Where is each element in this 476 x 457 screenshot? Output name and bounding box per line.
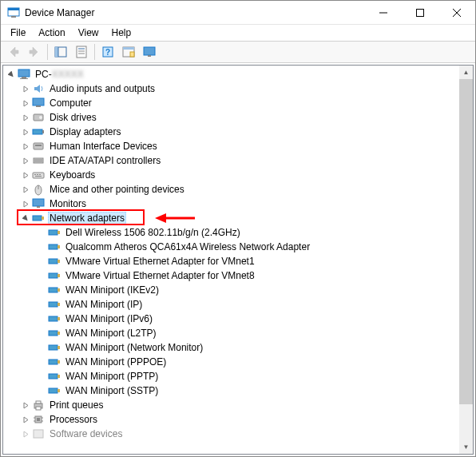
tree-root-node[interactable]: PC-XXXXX [3, 67, 459, 81]
expander-closed-icon[interactable] [19, 125, 32, 138]
computer-icon [18, 68, 30, 81]
tree-category-monitors[interactable]: Monitors [3, 197, 459, 211]
expander-closed-icon[interactable] [19, 427, 32, 440]
hid-icon [32, 140, 45, 153]
tree-device-node[interactable]: WAN Miniport (PPTP) [3, 369, 459, 383]
tree-category-ide[interactable]: IDE ATA/ATAPI controllers [3, 153, 459, 168]
expander-closed-icon[interactable] [19, 111, 32, 124]
expander-closed-icon[interactable] [19, 399, 32, 411]
device-label: VMware Virtual Ethernet Adapter for VMne… [64, 270, 256, 281]
tree-category-processors[interactable]: Processors [3, 412, 459, 427]
tree-category-print[interactable]: Print queues [3, 398, 459, 412]
tree-category-keyboards[interactable]: Keyboards [3, 168, 459, 182]
monitor-button[interactable] [140, 42, 159, 62]
tree-category-mice[interactable]: Mice and other pointing devices [3, 182, 459, 197]
scan-hardware-button[interactable] [119, 42, 138, 62]
tree-category-hid[interactable]: Human Interface Devices [3, 139, 459, 153]
svg-rect-62 [49, 345, 58, 350]
tree-category-audio[interactable]: Audio inputs and outputs [3, 81, 459, 96]
svg-rect-25 [36, 105, 41, 107]
expander-open-icon[interactable] [19, 212, 32, 225]
tree-category-network[interactable]: Network adapters [3, 211, 459, 225]
expander-closed-icon[interactable] [19, 413, 32, 426]
menu-file[interactable]: File [4, 26, 32, 40]
tree-device-node[interactable]: Dell Wireless 1506 802.11b/g/n (2.4GHz) [3, 225, 459, 240]
expander-closed-icon[interactable] [19, 183, 32, 196]
properties-button[interactable] [72, 42, 91, 62]
computer-icon [32, 97, 45, 109]
svg-rect-48 [49, 244, 58, 249]
svg-rect-29 [42, 130, 44, 133]
expander-closed-icon[interactable] [19, 97, 32, 109]
device-label: VMware Virtual Ethernet Adapter for VMne… [64, 256, 256, 267]
svg-rect-21 [18, 70, 30, 77]
minimize-button[interactable] [365, 1, 402, 25]
scroll-up-button[interactable]: ▲ [459, 66, 473, 79]
show-hide-console-button[interactable] [51, 42, 70, 62]
scroll-down-button[interactable]: ▼ [459, 440, 473, 454]
tree-device-node[interactable]: WAN Miniport (IP) [3, 297, 459, 312]
network-adapter-icon [48, 284, 61, 296]
scroll-track[interactable] [459, 79, 473, 440]
printer-icon [32, 399, 45, 411]
svg-rect-18 [130, 52, 134, 57]
mouse-icon [32, 183, 45, 196]
tree-category-display[interactable]: Display adapters [3, 125, 459, 139]
svg-rect-28 [33, 129, 42, 134]
svg-rect-63 [58, 346, 60, 349]
network-adapter-icon [48, 255, 61, 268]
device-tree[interactable]: PC-XXXXX Audio inputs and outputs Comput… [3, 66, 459, 454]
tree-device-node[interactable]: WAN Miniport (IKEv2) [3, 283, 459, 297]
expander-open-icon[interactable] [5, 68, 18, 81]
svg-rect-74 [37, 418, 40, 421]
scroll-thumb[interactable] [459, 79, 473, 404]
back-button[interactable] [4, 42, 23, 62]
device-label: WAN Miniport (IPv6) [64, 313, 154, 324]
menu-help[interactable]: Help [105, 26, 138, 40]
tree-category-computer[interactable]: Computer [3, 96, 459, 110]
svg-rect-64 [49, 360, 58, 364]
close-button[interactable] [438, 1, 475, 25]
tree-device-node[interactable]: VMware Virtual Ethernet Adapter for VMne… [3, 268, 459, 283]
forward-button[interactable] [25, 42, 44, 62]
expander-closed-icon[interactable] [19, 197, 32, 210]
tree-device-node[interactable]: WAN Miniport (SSTP) [3, 383, 459, 398]
vertical-scrollbar[interactable]: ▲ ▼ [459, 66, 473, 454]
svg-rect-79 [34, 430, 43, 438]
svg-rect-54 [49, 288, 58, 292]
expander-closed-icon[interactable] [19, 169, 32, 181]
app-icon [7, 6, 20, 19]
network-adapter-icon [48, 226, 61, 239]
svg-point-27 [39, 116, 42, 119]
svg-rect-57 [58, 303, 60, 306]
tree-device-node[interactable]: WAN Miniport (PPPOE) [3, 355, 459, 369]
tree-device-node[interactable]: WAN Miniport (L2TP) [3, 326, 459, 340]
tree-category-software[interactable]: Software devices [3, 427, 459, 441]
keyboard-icon [32, 169, 45, 181]
device-label: WAN Miniport (SSTP) [64, 385, 160, 396]
svg-rect-61 [58, 332, 60, 335]
expander-closed-icon[interactable] [19, 154, 32, 167]
menu-action[interactable]: Action [32, 26, 71, 40]
tree-device-node[interactable]: WAN Miniport (Network Monitor) [3, 340, 459, 355]
svg-rect-35 [33, 173, 44, 178]
network-adapter-icon [48, 356, 61, 368]
menu-view[interactable]: View [72, 26, 105, 40]
toolbar: ? [1, 41, 475, 63]
svg-rect-55 [58, 288, 60, 292]
help-button[interactable]: ? [98, 42, 117, 62]
toolbar-separator [47, 44, 48, 60]
svg-rect-4 [417, 9, 424, 16]
expander-closed-icon[interactable] [19, 82, 32, 95]
tree-device-node[interactable]: WAN Miniport (IPv6) [3, 312, 459, 326]
category-label: Software devices [48, 428, 124, 439]
tree-device-node[interactable]: Qualcomm Atheros QCA61x4A Wireless Netwo… [3, 240, 459, 254]
category-label: Mice and other pointing devices [48, 184, 186, 195]
menubar: File Action View Help [1, 25, 475, 41]
expander-closed-icon[interactable] [19, 140, 32, 153]
device-label: Dell Wireless 1506 802.11b/g/n (2.4GHz) [64, 227, 242, 238]
maximize-button[interactable] [402, 1, 438, 25]
svg-rect-17 [123, 47, 134, 50]
tree-category-disk[interactable]: Disk drives [3, 110, 459, 125]
tree-device-node[interactable]: VMware Virtual Ethernet Adapter for VMne… [3, 254, 459, 268]
